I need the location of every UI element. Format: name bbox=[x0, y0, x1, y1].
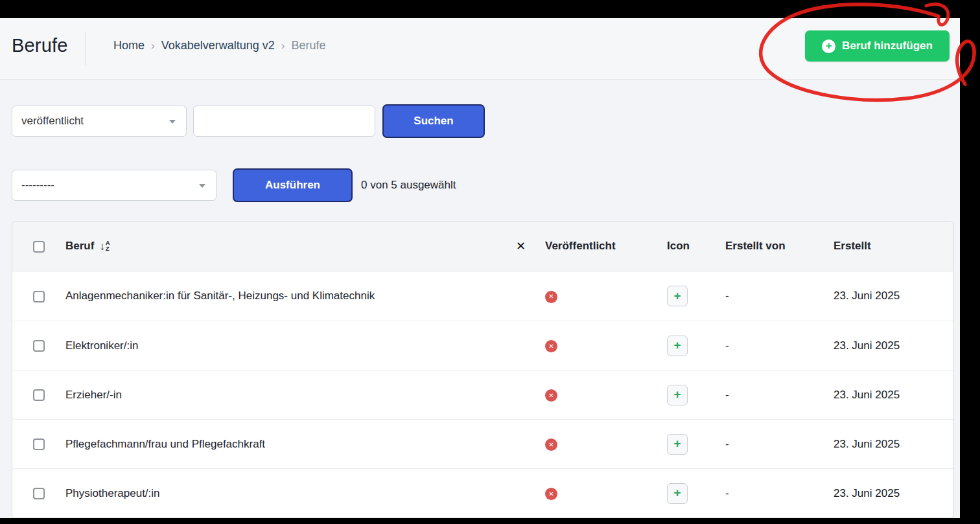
erstellt-value: 23. Juni 2025 bbox=[834, 339, 900, 352]
row-checkbox[interactable] bbox=[33, 389, 45, 401]
add-icon-button[interactable]: + bbox=[667, 483, 688, 504]
unpublished-icon: ✕ bbox=[545, 340, 557, 352]
x-glyph: ✕ bbox=[548, 393, 554, 399]
caret-down-icon bbox=[169, 120, 176, 124]
column-header-erstellt-von[interactable]: Erstellt von bbox=[725, 240, 786, 252]
search-button[interactable]: Suchen bbox=[382, 104, 485, 138]
table-row: Anlagenmechaniker:in für Sanitär-, Heizu… bbox=[12, 271, 953, 321]
action-select-value: --------- bbox=[21, 179, 54, 192]
row-checkbox[interactable] bbox=[33, 340, 45, 352]
plus-glyph: + bbox=[673, 290, 681, 302]
column-header-erstellt[interactable]: Erstellt bbox=[834, 240, 871, 252]
erstellt-von-value: - bbox=[725, 290, 729, 302]
erstellt-value: 23. Juni 2025 bbox=[834, 487, 900, 499]
erstellt-von-value: - bbox=[725, 487, 729, 499]
published-filter-value: veröffentlicht bbox=[21, 115, 84, 128]
table-row: Elektroniker/:in ✕ + - bbox=[12, 321, 953, 370]
erstellt-von-value: - bbox=[725, 339, 729, 352]
breadcrumb-home[interactable]: Home bbox=[113, 39, 145, 52]
row-checkbox[interactable] bbox=[33, 488, 45, 499]
unpublished-icon: ✕ bbox=[545, 439, 557, 451]
plus-circle-icon: + bbox=[822, 40, 835, 53]
plus-glyph: + bbox=[673, 388, 681, 400]
page-header: Berufe Home › Vokabelverwaltung v2 › Ber… bbox=[0, 18, 960, 80]
table-row: Physiotherapeut/:in ✕ + - bbox=[12, 468, 953, 518]
plus-glyph: + bbox=[673, 339, 681, 351]
row-checkbox[interactable] bbox=[33, 439, 45, 450]
action-select[interactable]: --------- bbox=[12, 170, 216, 201]
admin-page: Berufe Home › Vokabelverwaltung v2 › Ber… bbox=[0, 18, 960, 518]
search-input[interactable] bbox=[193, 106, 375, 137]
plus-glyph: + bbox=[673, 437, 681, 450]
breadcrumb-separator: › bbox=[151, 40, 155, 52]
erstellt-value: 23. Juni 2025 bbox=[834, 290, 900, 302]
breadcrumb-current: Berufe bbox=[291, 39, 325, 52]
beruf-link[interactable]: Physiotherapeut/:in bbox=[65, 487, 160, 499]
x-glyph: ✕ bbox=[548, 343, 554, 350]
caret-down-icon bbox=[199, 184, 205, 188]
beruf-link[interactable]: Anlagenmechaniker:in für Sanitär-, Heizu… bbox=[65, 290, 375, 302]
breadcrumb-separator: › bbox=[281, 40, 285, 52]
plus-glyph: + bbox=[673, 486, 681, 499]
column-header-icon[interactable]: Icon bbox=[667, 240, 690, 252]
selection-status: 0 von 5 ausgewählt bbox=[361, 176, 456, 194]
erstellt-von-value: - bbox=[725, 389, 729, 401]
x-glyph: ✕ bbox=[548, 293, 554, 300]
published-filter-select[interactable]: veröffentlicht bbox=[12, 106, 187, 137]
beruf-link[interactable]: Elektroniker/:in bbox=[65, 339, 138, 352]
unpublished-icon: ✕ bbox=[545, 389, 557, 402]
berufe-table: Beruf ↓ A Z ✕ Veröffentlicht Icon bbox=[12, 221, 954, 518]
erstellt-value: 23. Juni 2025 bbox=[834, 389, 900, 401]
table-body: Anlagenmechaniker:in für Sanitär-, Heizu… bbox=[12, 271, 953, 518]
erstellt-value: 23. Juni 2025 bbox=[834, 438, 900, 450]
unpublished-icon: ✕ bbox=[545, 488, 557, 500]
table-row: Erzieher/-in ✕ + - bbox=[12, 370, 953, 419]
page-title: Berufe bbox=[12, 35, 68, 56]
sort-letter-z: Z bbox=[106, 246, 110, 252]
breadcrumb-section[interactable]: Vokabelverwaltung v2 bbox=[161, 39, 275, 52]
add-beruf-button[interactable]: + Beruf hinzufügen bbox=[805, 30, 950, 62]
execute-button[interactable]: Ausführen bbox=[233, 168, 353, 202]
add-icon-button[interactable]: + bbox=[667, 434, 688, 455]
add-beruf-button-label: Beruf hinzufügen bbox=[842, 40, 933, 52]
beruf-link[interactable]: Erzieher/-in bbox=[65, 389, 122, 401]
clear-sort-button[interactable]: ✕ bbox=[516, 240, 526, 252]
x-glyph: ✕ bbox=[548, 491, 554, 497]
unpublished-icon: ✕ bbox=[545, 291, 557, 303]
title-divider bbox=[85, 32, 86, 65]
table-header-row: Beruf ↓ A Z ✕ Veröffentlicht Icon bbox=[12, 222, 953, 271]
select-all-checkbox[interactable] bbox=[33, 241, 45, 253]
breadcrumb: Home › Vokabelverwaltung v2 › Berufe bbox=[113, 39, 326, 52]
sort-alpha-down-icon[interactable]: ↓ A Z bbox=[99, 240, 110, 251]
add-icon-button[interactable]: + bbox=[667, 385, 688, 405]
column-header-beruf[interactable]: Beruf bbox=[65, 240, 94, 253]
plus-glyph: + bbox=[826, 40, 832, 51]
beruf-link[interactable]: Pflegefachmann/frau und Pflegefachkraft bbox=[65, 438, 265, 450]
table-row: Pflegefachmann/frau und Pflegefachkraft … bbox=[12, 419, 953, 468]
x-glyph: ✕ bbox=[548, 442, 554, 448]
add-icon-button[interactable]: + bbox=[667, 286, 688, 306]
add-icon-button[interactable]: + bbox=[667, 336, 688, 356]
row-checkbox[interactable] bbox=[33, 291, 45, 302]
column-header-veroeffentlicht[interactable]: Veröffentlicht bbox=[545, 240, 616, 252]
erstellt-von-value: - bbox=[725, 438, 729, 450]
sort-letters: A Z bbox=[106, 240, 110, 251]
sort-arrow-glyph: ↓ bbox=[99, 241, 105, 252]
